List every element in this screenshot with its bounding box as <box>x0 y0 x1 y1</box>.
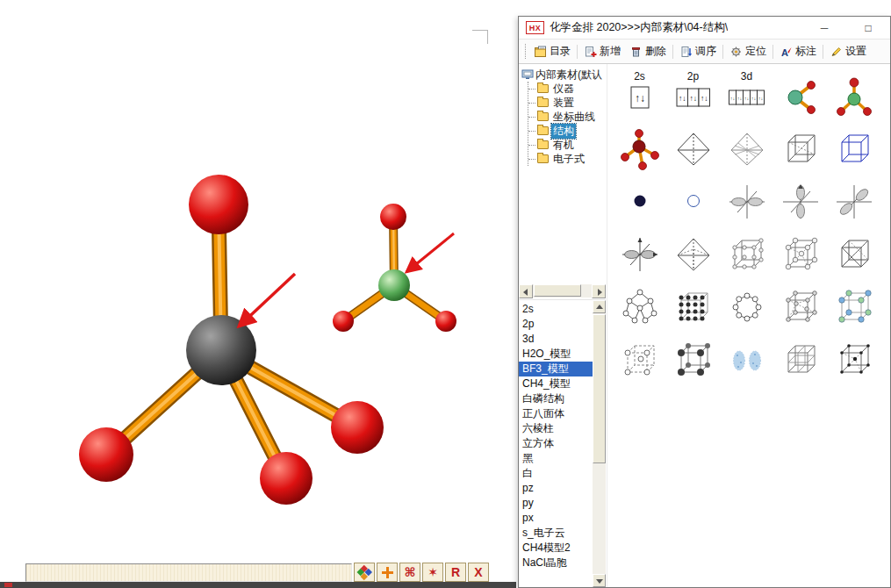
thumb-bcc-cell[interactable] <box>827 331 880 384</box>
thumb-electron-clouds[interactable] <box>720 331 773 384</box>
thumb-h2o-model[interactable] <box>773 68 827 120</box>
bottom-tool-command-button[interactable]: ⌘ <box>399 563 420 582</box>
scroll-down-button[interactable] <box>593 574 606 587</box>
atom-boron-center[interactable] <box>378 269 410 301</box>
tree-item-electron-formula[interactable]: 电子式 <box>528 152 605 166</box>
annotation-arrow-small[interactable] <box>406 233 454 272</box>
tree-item-curves[interactable]: 坐标曲线 <box>528 110 605 124</box>
minimize-button[interactable]: ─ <box>815 22 834 34</box>
add-button[interactable]: 新增 <box>579 41 625 61</box>
scroll-left-button[interactable] <box>519 284 533 298</box>
list-item[interactable]: 立方体 <box>519 436 593 451</box>
list-item[interactable]: pz <box>519 481 593 496</box>
scroll-right-button[interactable] <box>592 284 606 298</box>
tree-hscrollbar[interactable] <box>519 283 606 298</box>
bottom-tool-diamonds-button[interactable] <box>354 563 375 582</box>
bottom-tool-plus-button[interactable] <box>377 563 398 582</box>
list-item[interactable]: H2O_模型 <box>519 347 593 362</box>
thumb-dashed-cube-atoms[interactable] <box>613 331 666 384</box>
directory-button[interactable]: 目录 <box>529 41 575 61</box>
annotation-arrow-large[interactable] <box>239 274 295 326</box>
list-item[interactable]: 正八面体 <box>519 406 593 421</box>
annotate-button[interactable]: A 标注 <box>775 41 821 61</box>
formula-input[interactable] <box>25 563 352 582</box>
thumb-p-orbital-x[interactable] <box>720 173 773 226</box>
tree-item-organic[interactable]: 有机 <box>528 138 605 152</box>
r-icon: R <box>451 565 460 579</box>
list-item[interactable]: s_电子云 <box>519 526 593 541</box>
order-button[interactable]: 调序 <box>675 41 721 61</box>
list-item[interactable]: NaCl晶胞 <box>519 556 593 570</box>
bottom-tool-x-button[interactable]: X <box>468 563 489 582</box>
thumb-hollow-sphere[interactable] <box>666 173 720 226</box>
list-item[interactable]: 六棱柱 <box>519 421 593 436</box>
thumb-nacl-cell[interactable] <box>827 278 880 331</box>
thumb-solid-sphere[interactable] <box>613 173 666 226</box>
thumb-crystal-lattice-2[interactable] <box>773 226 827 278</box>
list-item[interactable]: 白 <box>519 466 593 481</box>
thumbnail-grid: 2s ↑↓ 2p ↑↓↑↓↑↓ 3d ↑↓↑↓↑↓↑↓↑↓ <box>613 68 890 384</box>
hscroll-thumb[interactable] <box>534 284 581 297</box>
atom-carbon-center[interactable] <box>186 315 256 385</box>
thumb-bf3-model[interactable] <box>827 68 880 120</box>
title-bar[interactable]: HX 化学金排 2020>>>内部素材\04-结构\ ─ □ <box>519 17 890 39</box>
thumb-crystal-lattice-1[interactable] <box>720 226 773 278</box>
thumb-packed-lattice[interactable] <box>666 278 720 331</box>
thumb-p-orbital-z[interactable] <box>773 173 827 226</box>
thumb-2p-orbital-boxes[interactable]: 2p ↑↓↑↓↑↓ <box>666 68 720 120</box>
list-item[interactable]: py <box>519 496 593 511</box>
list-item[interactable]: 白磷结构 <box>519 391 593 406</box>
hscroll-track[interactable] <box>581 284 592 298</box>
maximize-button[interactable]: □ <box>859 22 878 34</box>
locate-button[interactable]: 定位 <box>725 41 771 61</box>
thumb-cscl-cell[interactable] <box>666 331 720 384</box>
list-item[interactable]: 2s <box>519 302 593 317</box>
thumb-blue-cube[interactable] <box>827 120 880 173</box>
thumb-ring-molecule[interactable] <box>720 278 773 331</box>
list-item[interactable]: px <box>519 511 593 526</box>
toolbar-grip[interactable] <box>522 44 526 59</box>
vscroll-thumb[interactable] <box>593 314 606 463</box>
list-item[interactable]: 3d <box>519 332 593 347</box>
ch4-molecule[interactable] <box>79 175 384 505</box>
thumb-cube-with-diagonals[interactable] <box>773 120 827 173</box>
thumb-p-orbital-diagonal[interactable] <box>827 173 880 226</box>
thumb-diamond-lattice[interactable] <box>773 278 827 331</box>
bf3-molecule[interactable] <box>333 204 456 332</box>
atom-red-right[interactable] <box>331 401 384 454</box>
tree-item-instruments[interactable]: 仪器 <box>528 82 605 96</box>
thumb-3d-orbital-boxes[interactable]: 3d ↑↓↑↓↑↓↑↓↑↓ <box>720 68 773 120</box>
tree-item-structures-selected[interactable]: 结构 <box>528 124 605 138</box>
list-item-selected[interactable]: BF3_模型 <box>519 362 593 376</box>
thumb-ch4-model[interactable] <box>613 120 666 173</box>
list-item[interactable]: CH4模型2 <box>519 541 593 556</box>
folder-icon <box>537 112 549 121</box>
list-item[interactable]: 黑 <box>519 451 593 466</box>
delete-button[interactable]: 删除 <box>625 41 671 61</box>
bottom-tool-r-button[interactable]: R <box>445 563 466 582</box>
atom-red-small-left[interactable] <box>333 311 354 332</box>
thumb-2s-orbital-box[interactable]: 2s ↑↓ <box>613 68 666 120</box>
atom-red-top[interactable] <box>189 175 248 234</box>
list-item[interactable]: CH4_模型 <box>519 376 593 391</box>
thumb-cage-molecule[interactable] <box>613 278 666 331</box>
thumb-octahedron[interactable] <box>666 120 720 173</box>
folder-icon <box>537 140 549 149</box>
bottom-tool-star-button[interactable]: ✶ <box>422 563 443 582</box>
scroll-up-button[interactable] <box>593 300 606 313</box>
editor-canvas[interactable] <box>0 0 518 566</box>
atom-red-small-right[interactable] <box>435 311 456 332</box>
thumb-cube-cross[interactable] <box>827 226 880 278</box>
thumb-octahedron-dashed[interactable] <box>666 226 720 278</box>
thumb-octahedron-shaded[interactable] <box>720 120 773 173</box>
thumb-p-orbital-axes[interactable] <box>613 226 666 278</box>
atom-red-left[interactable] <box>79 427 133 482</box>
atom-red-bottom[interactable] <box>260 452 313 505</box>
list-vscrollbar[interactable] <box>593 300 606 587</box>
tree-item-apparatus[interactable]: 装置 <box>528 96 605 110</box>
tree-root[interactable]: 内部素材(默认 <box>521 68 605 82</box>
list-item[interactable]: 2p <box>519 317 593 332</box>
settings-button[interactable]: 设置 <box>825 41 871 61</box>
atom-red-small-top[interactable] <box>380 204 406 230</box>
thumb-stacked-lattice[interactable] <box>773 331 827 384</box>
